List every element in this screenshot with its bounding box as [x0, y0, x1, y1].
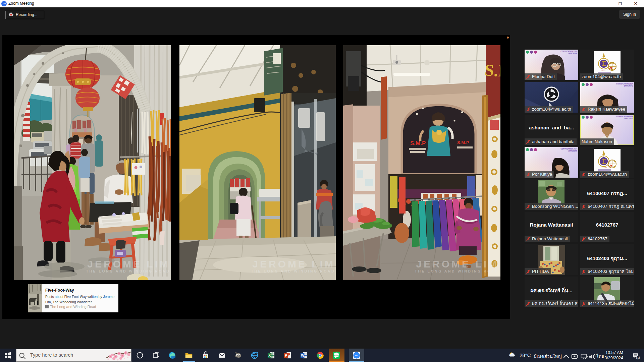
svg-text:LINE: LINE: [334, 354, 339, 356]
svg-text:S.M.P: S.M.P: [410, 140, 426, 146]
svg-text:P: P: [285, 353, 287, 357]
svg-text:W: W: [301, 353, 304, 357]
svg-text:zm: zm: [355, 354, 358, 357]
svg-text:X: X: [268, 353, 271, 357]
svg-text:S.M.P: S.M.P: [457, 140, 469, 145]
svg-text:S.M: S.M: [484, 60, 500, 81]
svg-text:1: 1: [637, 356, 639, 359]
